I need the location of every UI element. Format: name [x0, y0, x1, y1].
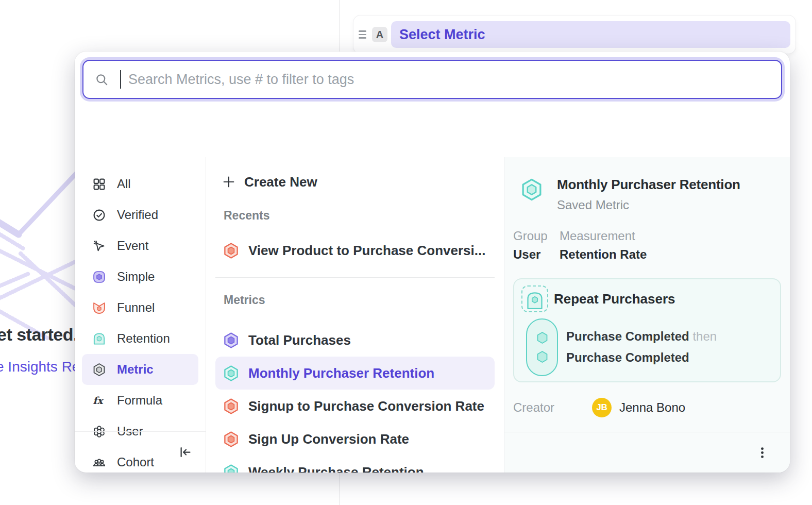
search-icon — [95, 73, 109, 87]
creator-avatar: JB — [592, 398, 612, 417]
detail-meta: Group User Measurement Retention Rate — [513, 229, 781, 262]
list-item[interactable]: Signup to Purchase Conversion Rate — [215, 390, 495, 423]
definition-card-title: Repeat Purchasers — [554, 291, 675, 307]
search-area: Search Metrics, use # to filter to tags — [75, 52, 790, 99]
series-letter-badge[interactable]: A — [372, 27, 387, 42]
metrics-header: Metrics — [224, 293, 495, 307]
funnel-icon — [92, 301, 106, 315]
retention-icon — [92, 332, 106, 346]
sidebar-item-event[interactable]: Event — [82, 230, 198, 261]
creator-label: Creator — [513, 400, 592, 415]
sidebar-item-verified[interactable]: Verified — [82, 199, 198, 230]
group-label: Group — [513, 229, 548, 243]
create-new-button[interactable]: Create New — [215, 171, 495, 193]
measurement-label: Measurement — [560, 229, 647, 243]
funnel-metric-icon — [223, 431, 240, 448]
kebab-menu-icon[interactable] — [755, 446, 769, 460]
sidebar-item-label: Funnel — [117, 300, 155, 315]
sidebar-footer — [75, 431, 206, 473]
sidebar-item-label: Metric — [117, 362, 154, 377]
detail-title: Monthly Purchaser Retention — [557, 177, 740, 193]
simple-metric-icon — [223, 332, 240, 349]
sequence-step-1: Purchase Completed then — [566, 326, 717, 347]
background-headline-fragment: et started. — [0, 325, 78, 345]
sidebar-item-label: All — [117, 177, 131, 191]
sidebar-item-simple[interactable]: Simple — [82, 261, 198, 292]
cohort-definition-icon — [521, 285, 548, 312]
sidebar-item-all[interactable]: All — [82, 169, 198, 199]
formula-icon: fx — [92, 394, 106, 408]
group-value: User — [513, 247, 548, 262]
sidebar-item-formula[interactable]: fx Formula — [82, 385, 198, 416]
search-placeholder: Search Metrics, use # to filter to tags — [128, 72, 354, 88]
collapse-left-icon[interactable] — [178, 445, 192, 459]
detail-type-label: Saved Metric — [557, 198, 740, 212]
creator-name: Jenna Bono — [619, 400, 685, 415]
retention-metric-icon — [520, 178, 544, 201]
sidebar-item-retention[interactable]: Retention — [82, 323, 198, 354]
list-divider — [215, 277, 495, 278]
retention-metric-icon — [223, 464, 240, 473]
list-item[interactable]: View Product to Purchase Conversi... — [215, 234, 495, 267]
drag-handle-icon[interactable] — [357, 27, 368, 41]
measurement-value: Retention Rate — [560, 247, 647, 262]
list-item[interactable]: Weekly Purchase Retention — [215, 456, 495, 473]
plus-icon — [222, 175, 236, 189]
sidebar-item-label: Formula — [117, 393, 162, 408]
cursor-click-icon — [92, 239, 106, 253]
metric-list: Create New Recents View Product to Purch… — [206, 157, 504, 473]
grid-icon — [92, 177, 106, 191]
simple-metric-icon — [92, 270, 106, 284]
sidebar-item-label: Retention — [117, 331, 170, 346]
recents-header: Recents — [224, 209, 495, 223]
svg-text:fx: fx — [93, 395, 104, 407]
creator-row: Creator JB Jenna Bono — [513, 398, 781, 417]
sequence-capsule — [526, 318, 558, 376]
event-hexagon-icon — [535, 350, 549, 364]
sequence-connector: then — [692, 329, 717, 343]
definition-card: Repeat Purchasers Purchase Completed the… — [513, 278, 781, 382]
detail-header: Monthly Purchaser Retention Saved Metric — [513, 177, 781, 212]
text-caret — [120, 70, 121, 89]
list-item-selected[interactable]: Monthly Purchaser Retention — [215, 357, 495, 390]
metric-row-bar: A Select Metric — [353, 15, 796, 54]
metric-hexagon-icon — [92, 363, 106, 377]
search-input[interactable]: Search Metrics, use # to filter to tags — [82, 60, 782, 99]
metric-detail-panel: Monthly Purchaser Retention Saved Metric… — [504, 157, 790, 473]
detail-footer — [504, 432, 790, 473]
filter-sidebar: All Verified Event — [75, 157, 206, 473]
sidebar-item-metric[interactable]: Metric — [82, 354, 198, 385]
metric-picker-modal: Search Metrics, use # to filter to tags … — [75, 52, 790, 473]
retention-metric-icon — [223, 365, 240, 382]
sidebar-item-label: Simple — [117, 270, 155, 284]
sidebar-item-label: Event — [117, 239, 148, 253]
verified-badge-icon — [92, 208, 106, 222]
sidebar-item-label: Verified — [117, 208, 158, 222]
list-item[interactable]: Sign Up Conversion Rate — [215, 423, 495, 456]
event-hexagon-icon — [535, 331, 549, 345]
sequence-step-2: Purchase Completed — [566, 347, 717, 368]
background-link-fragment[interactable]: e Insights Re — [0, 359, 80, 375]
sidebar-item-funnel[interactable]: Funnel — [82, 292, 198, 323]
list-item[interactable]: Total Purchases — [215, 324, 495, 357]
funnel-metric-icon — [223, 398, 240, 415]
select-metric-button[interactable]: Select Metric — [391, 21, 790, 48]
funnel-metric-icon — [223, 242, 240, 259]
